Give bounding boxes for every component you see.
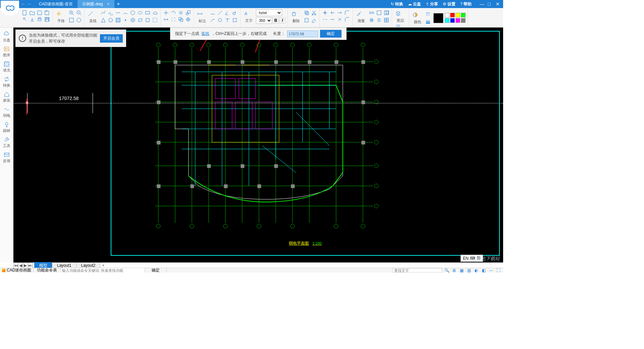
mirror-icon[interactable] <box>177 9 184 16</box>
lineweight-icon[interactable] <box>425 18 431 25</box>
area-icon[interactable] <box>376 9 382 16</box>
text-button[interactable]: A 文字 <box>243 9 255 23</box>
num-icon[interactable]: 123 <box>383 9 390 16</box>
dim-radius-icon[interactable] <box>231 9 238 16</box>
zoom-extents-icon[interactable] <box>75 17 82 23</box>
color-swatch[interactable] <box>445 13 449 17</box>
find-icon[interactable]: 🔍 <box>444 268 449 273</box>
share-button[interactable]: ⇪ 分享 <box>426 1 438 7</box>
tab-layout2[interactable]: Layout2 <box>76 262 101 268</box>
point-icon[interactable] <box>122 17 129 23</box>
sidebar-item-cloud[interactable]: 云盘 <box>0 30 13 44</box>
export-icon[interactable] <box>29 16 36 23</box>
dim-ordinate-icon[interactable] <box>217 17 223 23</box>
print-icon[interactable] <box>36 16 43 23</box>
convert-button[interactable]: ↻ 转换 <box>391 1 403 7</box>
table-icon[interactable] <box>383 17 390 23</box>
color-swatch[interactable] <box>450 18 455 23</box>
dim-linear-icon[interactable] <box>209 9 216 16</box>
linetype-icon[interactable] <box>425 11 431 17</box>
circle-icon[interactable] <box>129 9 136 16</box>
leader-icon[interactable] <box>209 17 216 23</box>
dim-center-icon[interactable] <box>231 17 238 23</box>
sidebar-item-hatch[interactable]: 填充 <box>0 60 13 74</box>
command-search-input[interactable] <box>61 268 145 272</box>
trial-cta-button[interactable]: 开启会员 <box>100 34 123 43</box>
polar-toggle-icon[interactable]: ◐ <box>474 268 479 273</box>
lwt-toggle-icon[interactable]: ─ <box>488 268 494 273</box>
sidebar-item-convert[interactable]: 转换 <box>0 75 13 89</box>
dim-dtext-icon[interactable] <box>224 17 231 23</box>
paste-icon[interactable] <box>303 17 310 23</box>
sidebar-item-feedback[interactable]: 反馈 <box>0 150 13 165</box>
erase-icon[interactable] <box>311 17 317 23</box>
save-icon[interactable] <box>36 9 43 16</box>
color-swatch[interactable] <box>445 18 449 23</box>
tab-home[interactable]: CAD迷你画图-首页 <box>34 0 77 8</box>
color-swatch[interactable] <box>450 13 455 17</box>
cut-icon[interactable] <box>311 9 317 16</box>
grid-icon[interactable] <box>368 17 375 23</box>
zoom-in-icon[interactable] <box>68 9 75 16</box>
zoom-window-icon[interactable] <box>68 17 75 23</box>
list-icon[interactable] <box>376 17 382 23</box>
status-ok-button[interactable]: 确定 <box>145 267 167 272</box>
measure-button[interactable]: 测量 <box>355 10 368 23</box>
length-input[interactable] <box>287 31 318 37</box>
bold-button[interactable]: B <box>273 17 279 23</box>
color-button[interactable]: 颜色 <box>411 11 424 24</box>
current-color-swatch[interactable] <box>433 13 443 23</box>
layout-last-icon[interactable]: ⏭ <box>28 263 33 268</box>
back-icon[interactable]: ← <box>21 1 25 7</box>
layout-prev-icon[interactable]: ◀ <box>18 263 23 268</box>
ellipse-icon[interactable] <box>137 9 144 16</box>
sidebar-item-elv[interactable]: 弱电 <box>0 105 13 119</box>
wipeout-icon[interactable] <box>152 17 158 23</box>
layout-first-icon[interactable]: ⏮ <box>14 263 18 268</box>
sidebar-item-garden[interactable]: 园林 <box>0 120 13 135</box>
line-button[interactable]: 直线 <box>87 10 99 23</box>
join-icon[interactable] <box>329 16 336 23</box>
fillet-icon[interactable] <box>344 9 351 16</box>
fullscreen-icon[interactable]: ⛶ <box>496 268 501 273</box>
drawing-canvas[interactable]: ! 当前为体验模式，可试用全部绘图功能开启会员，即可保存 开启会员 指定下一点或… <box>13 28 503 262</box>
chamfer-icon[interactable] <box>344 16 351 23</box>
move-icon[interactable] <box>163 9 169 16</box>
sidebar-item-gallery[interactable]: 图库 <box>0 45 13 59</box>
array-icon[interactable] <box>170 16 177 23</box>
ray-icon[interactable] <box>115 9 121 16</box>
color-palette[interactable] <box>445 13 466 23</box>
scale-icon[interactable] <box>185 9 192 16</box>
dimension-button[interactable]: 标注 <box>196 10 209 23</box>
font-select[interactable]: hztxt <box>256 9 282 16</box>
dim-angle-icon[interactable] <box>224 9 231 16</box>
polyline-icon[interactable] <box>100 9 107 16</box>
trim-icon[interactable] <box>329 9 336 16</box>
layout-next-icon[interactable]: ▶ <box>23 263 28 268</box>
cloud-rev-icon[interactable] <box>152 9 158 16</box>
sidebar-item-home[interactable]: 家装 <box>0 90 13 104</box>
color-swatch[interactable] <box>455 13 460 17</box>
settings-button[interactable]: ⚙ 设置 <box>443 1 455 7</box>
spline-icon[interactable] <box>107 9 114 16</box>
add-layout-button[interactable]: + <box>100 263 106 268</box>
cloud-button[interactable]: ☁ 云盘 <box>408 1 421 7</box>
minimize-icon[interactable]: — <box>480 1 484 7</box>
color-swatch[interactable] <box>461 18 466 23</box>
ortho-toggle-icon[interactable]: ▥ <box>466 268 472 273</box>
tab-document[interactable]: 示例图.dwg× <box>77 0 114 8</box>
close-icon[interactable]: ✕ <box>496 1 500 7</box>
confirm-button[interactable]: 确定 <box>320 30 341 38</box>
italic-button[interactable]: I <box>279 17 285 23</box>
dist-icon[interactable] <box>368 9 375 16</box>
copy-icon[interactable] <box>303 9 310 16</box>
stretch-icon[interactable] <box>163 16 169 23</box>
donut-icon[interactable] <box>129 17 136 23</box>
explode-icon[interactable] <box>336 16 343 23</box>
snap-toggle-icon[interactable]: ⊞ <box>451 268 457 273</box>
pdf-icon[interactable]: PDF <box>44 16 50 23</box>
new-tab-button[interactable]: + <box>114 0 122 8</box>
help-button[interactable]: ? 帮助 <box>460 1 472 7</box>
saveas-icon[interactable] <box>44 9 50 16</box>
forward-icon[interactable]: → <box>27 1 32 7</box>
